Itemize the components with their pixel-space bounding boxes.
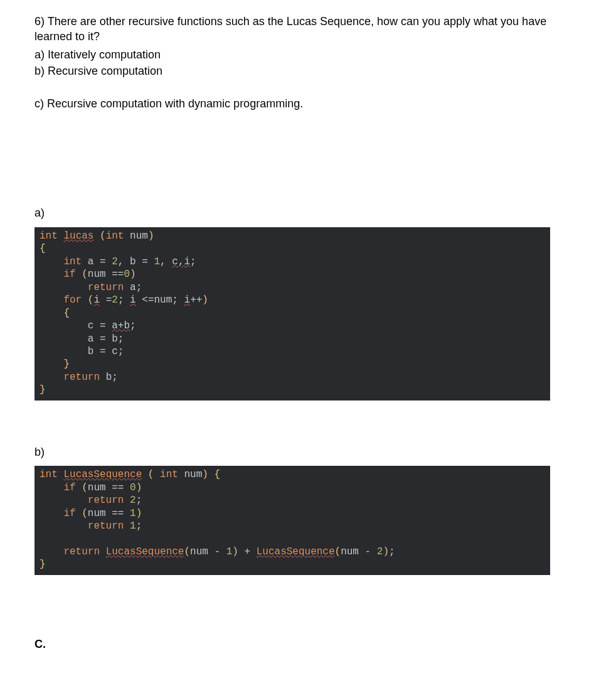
section-label-b: b) — [35, 444, 581, 460]
section-label-c: C. — [35, 637, 581, 652]
code-block-a: int lucas (int num) { int a = 2, b = 1, … — [35, 227, 550, 401]
question-text: 6) There are other recursive functions s… — [35, 14, 581, 45]
document-page: 6) There are other recursive functions s… — [0, 0, 616, 683]
option-a: a) Iteratively computation — [35, 47, 581, 62]
option-c: c) Recursive computation with dynamic pr… — [35, 96, 581, 111]
section-label-a: a) — [35, 205, 581, 220]
option-b: b) Recursive computation — [35, 63, 581, 78]
code-block-b: int LucasSequence ( int num) { if (num =… — [35, 466, 550, 575]
